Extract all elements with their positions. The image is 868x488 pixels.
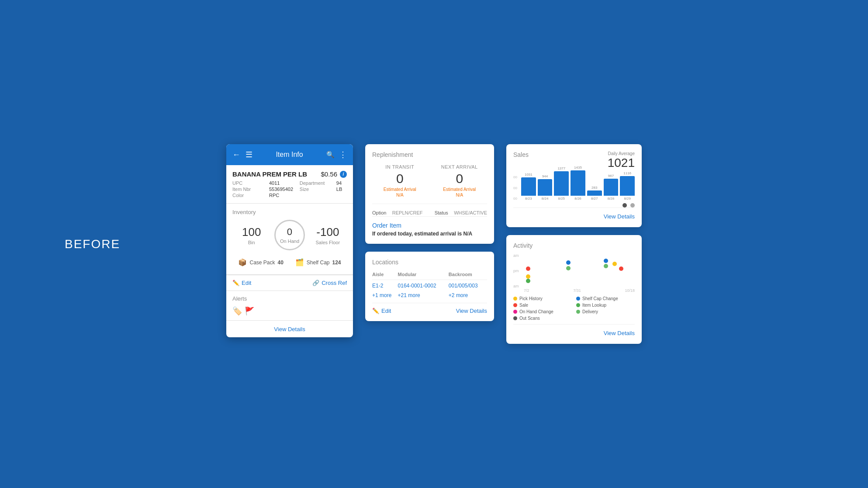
bar-date-8-28: 8/28: [608, 197, 615, 201]
phone-header: ← ☰ Item Info 🔍 ⋮: [226, 144, 353, 165]
replenishment-card: Replenishment IN TRANSIT 0 Estimated Arr…: [365, 144, 494, 244]
row1-aisle[interactable]: E1-2: [372, 280, 398, 290]
alerts-title: Alerts: [232, 295, 347, 302]
y-am: am: [513, 253, 519, 258]
dot-light: [630, 203, 635, 208]
before-label: BEFORE: [65, 237, 120, 251]
locations-title: Locations: [372, 259, 487, 266]
legend-item-lookup: Item Lookup: [576, 303, 635, 308]
activity-dots-area: [524, 253, 635, 288]
bar-1116: [620, 176, 635, 196]
in-transit-value: 0: [372, 171, 428, 186]
delivery-dot-1: [566, 266, 571, 270]
item-price-row: $0.56 i: [321, 170, 347, 178]
on-hand-number: 0: [287, 226, 292, 238]
table-row-more: +1 more +21 more +2 more: [372, 290, 487, 299]
row1-backroom[interactable]: 001/005/003: [449, 280, 487, 290]
sales-title: Sales: [513, 151, 529, 158]
shelf-cap-value: 124: [332, 260, 341, 266]
menu-icon[interactable]: ☰: [246, 150, 252, 159]
bar-value-1031: 1031: [525, 173, 533, 177]
bar-chart: 1031 8/23 944 8/24 1377 8/25: [521, 174, 635, 201]
replen-footer: Option REPLN/CREF Status WHSE/ACTIVE: [372, 204, 487, 216]
flag-icon: 🚩: [245, 306, 254, 316]
row1-modular[interactable]: 0164-0001-0002: [398, 280, 449, 290]
back-icon[interactable]: ←: [232, 150, 240, 159]
cross-ref-label[interactable]: Cross Ref: [322, 280, 347, 286]
locations-table: Aisle Modular Backroom E1-2 0164-0001-00…: [372, 272, 487, 299]
bar-value-1435: 1435: [574, 166, 582, 170]
edit-loc-label[interactable]: Edit: [381, 308, 391, 314]
next-arrival-label: NEXT ARRIVAL: [432, 164, 488, 170]
edit-button[interactable]: ✏️ Edit: [232, 280, 251, 286]
activity-view-details[interactable]: View Details: [604, 330, 635, 336]
row1-backroom-more[interactable]: +2 more: [449, 290, 487, 299]
bar-8-24: 944 8/24: [538, 174, 553, 201]
activity-chart: am pm am 7/2 7: [513, 253, 635, 293]
x-label-10-18: 10/18: [625, 288, 635, 293]
order-item-title[interactable]: Order Item: [372, 222, 487, 229]
case-pack-label: Case Pack: [249, 260, 275, 266]
status-value: WHSE/ACTIVE: [454, 210, 487, 215]
bar-date-8-29: 8/29: [624, 197, 631, 201]
legend-dot-on-hand-change: [513, 310, 517, 314]
daily-avg: Daily Average 1021: [608, 151, 635, 170]
sales-view-details[interactable]: View Details: [604, 213, 635, 220]
case-pack-value: 40: [278, 260, 284, 266]
more-vert-icon[interactable]: ⋮: [339, 150, 347, 159]
delivery-dot-2: [604, 264, 608, 268]
y-am2: am: [513, 284, 519, 288]
activity-x-labels: 7/2 7/31 10/18: [524, 288, 635, 293]
bar-8-29: 1116 8/29: [620, 171, 635, 201]
locations-view-details[interactable]: View Details: [456, 308, 487, 314]
sale-dot-2: [619, 266, 623, 271]
bar-944: [538, 179, 553, 196]
item-info-section: BANANA PREM PER LB $0.56 i UPC 4011 Depa…: [226, 165, 353, 204]
screens-container: ← ☰ Item Info 🔍 ⋮ BANANA PREM PER LB $0.…: [226, 144, 642, 344]
search-icon[interactable]: 🔍: [326, 151, 335, 159]
in-transit-sub: Estimated Arrival: [372, 187, 428, 192]
locations-card: Locations Aisle Modular Backroom E1-2 01…: [365, 252, 494, 321]
right-panel: Sales Daily Average 1021 00 00 00 1031 8…: [506, 144, 642, 344]
item-price: $0.56: [321, 170, 337, 178]
in-transit-date: N/A: [372, 193, 428, 197]
size-value: LB: [336, 187, 347, 192]
shelf-cap-item: 🗂️ Shelf Cap 124: [295, 258, 341, 266]
shelf-icon: 🗂️: [295, 258, 304, 266]
legend-shelf-cap: Shelf Cap Change: [576, 296, 635, 301]
legend-pick-history: Pick History: [513, 296, 572, 301]
header-icons-right: 🔍 ⋮: [326, 150, 347, 159]
legend-delivery: Delivery: [576, 309, 635, 314]
alert-icons: 🏷️ 🚩: [232, 306, 347, 316]
on-hand-circle: 0 On Hand: [274, 220, 305, 250]
activity-footer: View Details: [513, 324, 635, 337]
legend-label-on-hand-change: On Hand Change: [519, 309, 553, 314]
item-lookup-dot-1: [526, 279, 530, 283]
bar-value-1377: 1377: [557, 166, 565, 170]
legend-out-scans: Out Scans: [513, 316, 572, 321]
upc-label: UPC: [232, 180, 267, 186]
bin-label: Bin: [232, 240, 270, 245]
edit-label[interactable]: Edit: [242, 280, 251, 286]
dot-dark: [622, 203, 627, 208]
y-pm: pm: [513, 269, 519, 273]
pick-history-dot-1: [526, 274, 530, 279]
daily-avg-label: Daily Average: [608, 151, 635, 156]
inventory-numbers: 100 Bin 0 On Hand -100 Sales Floor: [232, 220, 347, 250]
bar-date-8-25: 8/25: [558, 197, 565, 201]
color-label: Color: [232, 193, 267, 198]
case-pack-item: 📦 Case Pack 40: [238, 258, 283, 266]
pick-history-dot-2: [612, 262, 617, 266]
legend-dot-pick-history: [513, 297, 517, 301]
bar-value-944: 944: [542, 174, 548, 178]
edit-loc-button[interactable]: ✏️ Edit: [372, 308, 391, 314]
info-icon[interactable]: i: [340, 171, 347, 178]
row1-modular-more[interactable]: +21 more: [398, 290, 449, 299]
shelf-cap-dot-2: [604, 259, 608, 263]
cross-ref-button[interactable]: 🔗 Cross Ref: [312, 280, 347, 286]
case-pack-row: 📦 Case Pack 40 🗂️ Shelf Cap 124: [232, 256, 347, 269]
view-details-link[interactable]: View Details: [274, 326, 305, 332]
row1-aisle-more[interactable]: +1 more: [372, 290, 398, 299]
next-arrival-value: 0: [432, 171, 488, 186]
status-label: Status: [435, 210, 448, 215]
